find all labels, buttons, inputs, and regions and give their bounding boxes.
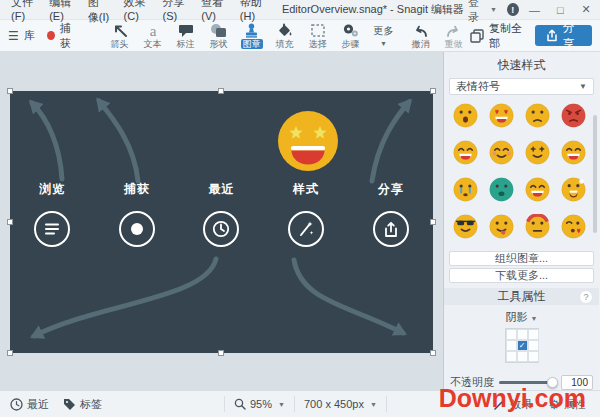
emoji-stamp-partial[interactable] xyxy=(555,245,591,250)
canvas-item-分享: 分享 xyxy=(348,181,433,247)
emoji-grid-area xyxy=(444,97,599,250)
chevron-down-icon: ▼ xyxy=(278,401,285,408)
menu-分享[interactable]: 分享(S) xyxy=(156,0,195,25)
step-tool-icon xyxy=(342,22,359,38)
tool-选择[interactable]: 选择 xyxy=(301,22,334,49)
shadow-cell[interactable] xyxy=(506,340,517,351)
emoji-stamp-partial[interactable] xyxy=(484,245,520,250)
tool-文本[interactable]: a 文本 xyxy=(136,22,169,49)
menu-效果[interactable]: 效果(C) xyxy=(117,0,156,25)
shadow-cell-selected[interactable]: ✓ xyxy=(517,340,528,351)
stamp-category-dropdown[interactable]: 表情符号 ▼ xyxy=(449,78,594,95)
emoji-stamp-angry[interactable] xyxy=(555,97,591,134)
selection-handle[interactable] xyxy=(430,88,436,94)
chevron-down-icon: ▼ xyxy=(490,6,497,13)
shadow-cell[interactable] xyxy=(528,351,539,362)
hamburger-icon: ☰ xyxy=(8,30,19,42)
fill-tool-icon xyxy=(277,22,293,38)
shadow-cell[interactable] xyxy=(506,351,517,362)
emoji-stamp-heart-laugh[interactable] xyxy=(484,97,520,134)
tool-箭头[interactable]: 箭头 xyxy=(103,22,136,49)
selection-handle[interactable] xyxy=(7,350,13,356)
close-button[interactable]: ✕ xyxy=(576,3,596,16)
selection-handle[interactable] xyxy=(430,219,436,225)
download-more-button[interactable]: 下载更多... xyxy=(449,268,594,283)
minimize-button[interactable]: — xyxy=(525,4,545,16)
tool-图章[interactable]: 图章 xyxy=(235,22,268,49)
wand-icon xyxy=(288,211,324,247)
emoji-stamp-worried[interactable] xyxy=(520,97,556,134)
canvas-workspace: 浏览 捕获 最近 样式 分享 xyxy=(0,52,444,390)
emoji-stamp-sick[interactable] xyxy=(484,171,520,208)
emoji-stamp-crying[interactable] xyxy=(448,171,484,208)
emoji-stamp-partial[interactable] xyxy=(520,245,556,250)
menu-图像[interactable]: 图像(I) xyxy=(81,0,117,25)
emoji-stamp-partial[interactable] xyxy=(448,245,484,250)
menu-帮助[interactable]: 帮助(H) xyxy=(233,0,272,25)
emoji-stamp-blush[interactable] xyxy=(484,134,520,171)
callout-tool-icon xyxy=(178,22,194,38)
canvas-item-最近: 最近 xyxy=(179,181,264,247)
tool-填充[interactable]: 填充 xyxy=(268,22,301,49)
selection-handle[interactable] xyxy=(218,350,224,356)
menu-文件[interactable]: 文件(F) xyxy=(4,0,42,25)
emoji-stamp-grin[interactable] xyxy=(520,171,556,208)
browse-icon xyxy=(34,211,70,247)
selection-handle[interactable] xyxy=(7,219,13,225)
share-icon xyxy=(546,29,558,42)
tool-更多[interactable]: 更多 ▼ xyxy=(367,22,400,49)
emoji-stamp-tongue[interactable] xyxy=(484,208,520,245)
shadow-cell[interactable] xyxy=(517,329,528,340)
undo-icon xyxy=(412,22,429,38)
emoji-stamp-surprised[interactable] xyxy=(448,97,484,134)
emoji-stamp-kiss[interactable] xyxy=(555,208,591,245)
emoji-stamp-cool[interactable] xyxy=(448,208,484,245)
help-button[interactable]: ? xyxy=(579,290,593,304)
shadow-cell[interactable] xyxy=(506,329,517,340)
stamp-tool-icon xyxy=(244,22,259,38)
maximize-button[interactable]: □ xyxy=(550,4,570,16)
organize-stamps-button[interactable]: 组织图章... xyxy=(449,251,594,266)
share-icon xyxy=(373,211,409,247)
arrow-tool-icon xyxy=(112,22,128,38)
canvas-image[interactable]: 浏览 捕获 最近 样式 分享 xyxy=(10,91,433,353)
clock-icon xyxy=(203,211,239,247)
emoji-stamp-headband[interactable] xyxy=(520,208,556,245)
capture-button[interactable]: 捕获 xyxy=(47,21,79,51)
canvas-item-捕获: 捕获 xyxy=(95,181,180,247)
library-button[interactable]: ☰ 库 xyxy=(8,28,35,43)
star-struck-emoji[interactable] xyxy=(277,110,339,172)
shadow-cell[interactable] xyxy=(528,340,539,351)
tool-标注[interactable]: 标注 xyxy=(169,22,202,49)
selection-handle[interactable] xyxy=(7,88,13,94)
text-tool-icon: a xyxy=(145,22,161,38)
redo-button[interactable]: 重做 xyxy=(437,22,470,49)
selection-handle[interactable] xyxy=(218,88,224,94)
shadow-label[interactable]: 阴影 ▼ xyxy=(444,310,599,325)
recent-button[interactable]: 最近 xyxy=(10,397,49,412)
emoji-stamp-laugh-open[interactable] xyxy=(555,134,591,171)
emoji-stamp-shout[interactable] xyxy=(555,171,591,208)
menu-查看[interactable]: 查看(V) xyxy=(194,0,233,25)
chevron-down-icon: ▼ xyxy=(579,82,587,91)
scrollbar[interactable] xyxy=(593,115,597,233)
shadow-cell[interactable] xyxy=(528,329,539,340)
canvas-size-control[interactable]: 700 x 450px ▼ xyxy=(304,398,377,410)
tool-步骤[interactable]: 步骤 xyxy=(334,22,367,49)
tool-形状[interactable]: 形状 xyxy=(202,22,235,49)
share-button[interactable]: 分享 xyxy=(535,25,592,46)
tags-button[interactable]: 标签 xyxy=(63,397,102,412)
chevron-down-icon: ▼ xyxy=(370,401,377,408)
tool-properties-header: 工具属性 ? xyxy=(444,288,599,305)
shadow-cell[interactable] xyxy=(517,351,528,362)
copy-all-button[interactable]: 复制全部 xyxy=(470,21,524,51)
emoji-stamp-starry[interactable] xyxy=(520,134,556,171)
info-icon[interactable]: ! xyxy=(507,3,519,16)
emoji-stamp-laugh[interactable] xyxy=(448,134,484,171)
tag-icon xyxy=(63,398,76,411)
zoom-control[interactable]: 95% ▼ xyxy=(234,398,285,410)
redo-icon xyxy=(445,22,462,38)
undo-button[interactable]: 撤消 xyxy=(404,22,437,49)
selection-handle[interactable] xyxy=(430,350,436,356)
copy-icon xyxy=(470,29,484,43)
